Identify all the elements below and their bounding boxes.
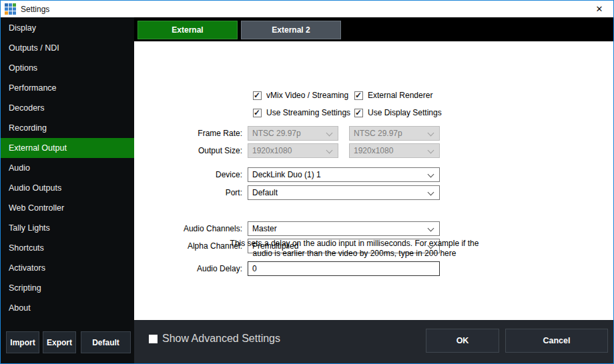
show-advanced-settings-checkbox[interactable]: Show Advanced Settings [149,333,280,345]
checkbox-icon[interactable] [253,91,262,100]
audio-delay-row: Audio Delay: [134,261,440,276]
vmix-video-streaming-checkbox[interactable]: vMix Video / Streaming [253,91,348,100]
sidebar-item-outputs-ndi[interactable]: Outputs / NDI [1,38,134,58]
footer-bar: Show Advanced Settings OK Cancel [134,320,613,363]
sidebar-item-tally-lights[interactable]: Tally Lights [1,218,134,238]
chevron-down-icon [326,147,333,154]
checkbox-icon[interactable] [354,91,363,100]
audio-channels-select[interactable]: Master [248,221,440,236]
output-size-select-1: 1920x1080 [248,143,338,158]
sidebar-item-audio-outputs[interactable]: Audio Outputs [1,178,134,198]
settings-window: Settings ✕ Display Outputs / NDI Options… [0,0,614,364]
checkbox-label: Use Display Settings [368,108,442,117]
chevron-down-icon [428,189,434,196]
audio-delay-input[interactable] [248,261,440,276]
chevron-down-icon [428,225,434,232]
device-select[interactable]: DeckLink Duo (1) 1 [248,167,440,182]
checkbox-label: Use Streaming Settings [266,108,350,117]
checkbox-icon[interactable] [253,109,262,117]
audio-delay-help-text: This sets a delay on the audio input in … [221,239,488,259]
chevron-down-icon [326,130,333,137]
titlebar: Settings ✕ [1,1,613,17]
port-select[interactable]: Default [248,185,440,200]
audio-delay-label: Audio Delay: [134,264,248,273]
vmix-logo-icon [5,3,16,15]
main-panel: External External 2 vMix Video / Streami… [134,17,613,363]
checkbox-label: vMix Video / Streaming [266,91,348,100]
sidebar-item-scripting[interactable]: Scripting [1,278,134,298]
settings-sidebar: Display Outputs / NDI Options Performanc… [1,17,134,363]
audio-channels-row: Audio Channels: Master [134,221,440,236]
checkbox-label: Show Advanced Settings [162,333,280,345]
chevron-down-icon [428,171,434,178]
checkbox-label: External Renderer [368,91,432,100]
sidebar-item-recording[interactable]: Recording [1,118,134,138]
window-title: Settings [21,5,49,14]
use-streaming-settings-checkbox[interactable]: Use Streaming Settings [253,108,350,117]
import-button[interactable]: Import [6,331,39,353]
port-label: Port: [134,188,248,197]
tab-strip: External External 2 [134,17,613,41]
checkbox-icon[interactable] [149,335,158,343]
tab-external-2[interactable]: External 2 [241,21,341,39]
default-button[interactable]: Default [81,331,131,353]
device-row: Device: DeckLink Duo (1) 1 [134,167,440,182]
sidebar-item-activators[interactable]: Activators [1,258,134,278]
sidebar-item-external-output[interactable]: External Output [1,138,134,158]
frame-rate-select-2: NTSC 29.97p [349,126,440,141]
ok-button[interactable]: OK [426,329,499,353]
frame-rate-row: Frame Rate: NTSC 29.97p NTSC 29.97p [134,126,440,141]
audio-channels-label: Audio Channels: [134,224,248,233]
export-button[interactable]: Export [43,331,76,353]
sidebar-item-audio[interactable]: Audio [1,158,134,178]
output-size-row: Output Size: 1920x1080 1920x1080 [134,143,440,158]
tab-external[interactable]: External [137,21,238,39]
sidebar-buttons: Import Export Default [6,331,131,353]
external-renderer-checkbox[interactable]: External Renderer [354,91,432,100]
port-row: Port: Default [134,185,440,200]
sidebar-item-decoders[interactable]: Decoders [1,98,134,118]
sidebar-item-options[interactable]: Options [1,58,134,78]
external-output-panel: vMix Video / Streaming External Renderer… [134,41,613,320]
chevron-down-icon [428,147,434,154]
sidebar-item-web-controller[interactable]: Web Controller [1,198,134,218]
device-label: Device: [134,170,248,179]
frame-rate-label: Frame Rate: [134,129,248,138]
output-size-select-2: 1920x1080 [349,143,440,158]
sidebar-item-display[interactable]: Display [1,18,134,38]
output-size-label: Output Size: [134,146,248,155]
chevron-down-icon [428,130,434,137]
sidebar-item-shortcuts[interactable]: Shortcuts [1,238,134,258]
use-display-settings-checkbox[interactable]: Use Display Settings [354,108,442,117]
close-icon[interactable]: ✕ [585,1,613,17]
sidebar-item-about[interactable]: About [1,298,134,318]
sidebar-item-performance[interactable]: Performance [1,78,134,98]
cancel-button[interactable]: Cancel [505,329,608,353]
frame-rate-select-1: NTSC 29.97p [248,126,338,141]
checkbox-icon[interactable] [354,109,363,117]
